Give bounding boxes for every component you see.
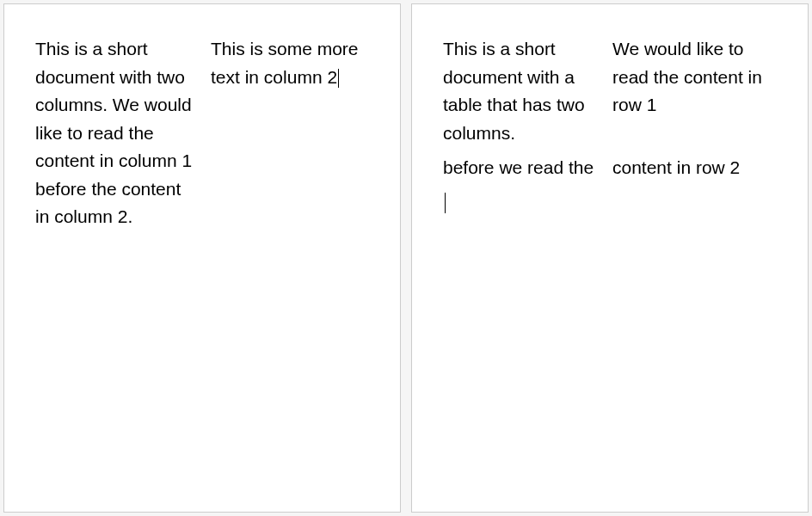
column-1[interactable]: This is a short document with two column…	[35, 35, 195, 231]
table-cell-r2c2[interactable]: content in row 2	[612, 154, 778, 189]
column-1-text: This is a short document with two column…	[35, 39, 192, 226]
cell-text: This is a short document with a table th…	[443, 39, 585, 143]
cell-text: before we read the	[443, 157, 594, 177]
table-cell-r2c1[interactable]: before we read the	[443, 154, 609, 189]
column-2-text: This is some more text in column 2	[211, 39, 359, 87]
table-row: before we read the content in row 2	[443, 154, 778, 189]
table-cell-r1c1[interactable]: This is a short document with a table th…	[443, 35, 609, 154]
table-row: This is a short document with a table th…	[443, 35, 778, 154]
two-column-layout: This is a short document with two column…	[35, 35, 371, 231]
document-page-2: This is a short document with a table th…	[411, 3, 809, 513]
column-2[interactable]: This is some more text in column 2	[211, 35, 371, 231]
text-cursor-icon	[338, 69, 339, 88]
cell-text: We would like to read the content in row…	[612, 39, 762, 114]
table-cell-r1c2[interactable]: We would like to read the content in row…	[612, 35, 778, 154]
two-column-table: This is a short document with a table th…	[443, 35, 778, 189]
text-cursor-icon	[445, 193, 446, 213]
document-page-1: This is a short document with two column…	[3, 3, 401, 513]
cell-text: content in row 2	[612, 157, 740, 177]
